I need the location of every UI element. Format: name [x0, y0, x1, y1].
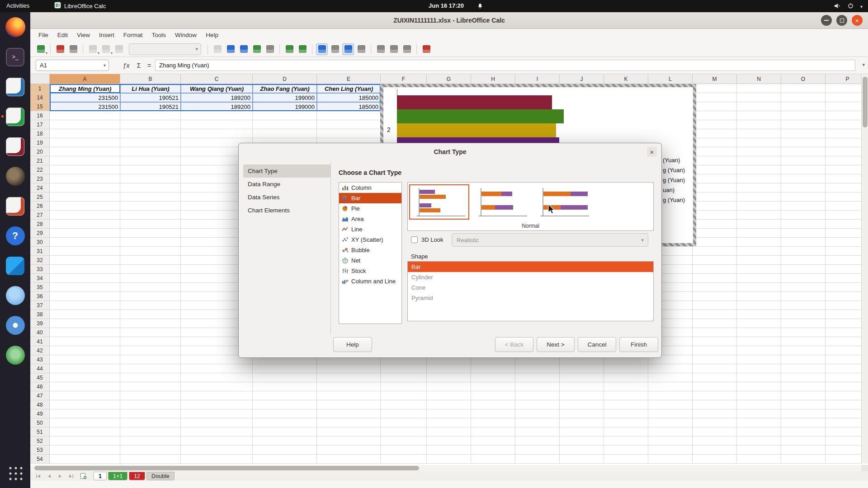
row-header-27[interactable]: 27	[30, 211, 49, 220]
row-header-24[interactable]: 24	[30, 183, 49, 192]
row-header-22[interactable]: 22	[30, 165, 49, 174]
libreoffice-calc-icon[interactable]	[5, 106, 26, 127]
add-sheet-icon[interactable]	[79, 473, 87, 480]
next-sheet-button[interactable]	[56, 473, 65, 480]
print-area-icon[interactable]	[401, 43, 413, 55]
headers-footers-icon[interactable]	[375, 43, 387, 55]
row-header-37[interactable]: 37	[30, 301, 49, 310]
cell-D14[interactable]: 199000	[253, 93, 317, 102]
equals-button[interactable]: =	[143, 60, 155, 71]
row-header-25[interactable]: 25	[30, 192, 49, 202]
threed-scheme-dropdown[interactable]: Realistic▾	[452, 233, 648, 247]
print-icon[interactable]	[67, 43, 79, 55]
row-header-54[interactable]: 54	[30, 455, 49, 464]
chart-type-area[interactable]: Area	[339, 214, 401, 224]
column-header-O[interactable]: O	[781, 74, 826, 84]
row-header-42[interactable]: 42	[30, 346, 49, 355]
new-table-icon[interactable]: ▾	[35, 43, 47, 55]
menu-insert[interactable]: Insert	[94, 29, 119, 42]
toggle-headers-icon[interactable]	[342, 43, 354, 55]
toggle-gridlines-icon[interactable]	[316, 43, 328, 55]
column-header-B[interactable]: B	[120, 74, 181, 84]
row-header-38[interactable]: 38	[30, 310, 49, 319]
row-header-20[interactable]: 20	[30, 147, 49, 156]
column-header-J[interactable]: J	[560, 74, 604, 84]
function-wizard-button[interactable]: ƒx	[120, 60, 132, 71]
cell-C14[interactable]: 189200	[181, 93, 253, 102]
row-header-14[interactable]: 14	[30, 93, 49, 102]
menu-window[interactable]: Window	[170, 29, 201, 42]
cell-A15[interactable]: 231500	[50, 102, 120, 111]
pdf-preview-icon[interactable]	[420, 43, 432, 55]
column-header-C[interactable]: C	[181, 74, 253, 84]
cell-A14[interactable]: 231500	[50, 93, 120, 102]
column-header-G[interactable]: G	[427, 74, 471, 84]
finish-button[interactable]: Finish	[619, 337, 658, 352]
firefox-icon[interactable]	[5, 17, 26, 38]
cell-C1[interactable]: Wang Qiang (Yuan)	[181, 84, 253, 93]
row-header-49[interactable]: 49	[30, 409, 49, 418]
software-center-icon[interactable]	[5, 345, 26, 366]
row-header-46[interactable]: 46	[30, 382, 49, 391]
export-pdf-icon[interactable]	[54, 43, 66, 55]
row-header-26[interactable]: 26	[30, 202, 49, 211]
menu-edit[interactable]: Edit	[53, 29, 72, 42]
menu-format[interactable]: Format	[119, 29, 147, 42]
row-header-34[interactable]: 34	[30, 274, 49, 283]
vscode-icon[interactable]	[5, 255, 26, 276]
row-header-33[interactable]: 33	[30, 265, 49, 274]
chart-type-bubble[interactable]: Bubble	[339, 245, 401, 255]
row-header-35[interactable]: 35	[30, 283, 49, 292]
chart-type-pie[interactable]: Pie	[339, 203, 401, 214]
row-header-40[interactable]: 40	[30, 328, 49, 337]
column-header-D[interactable]: D	[253, 74, 317, 84]
minimize-button[interactable]	[821, 15, 832, 26]
dialog-nav-chart-type[interactable]: Chart Type	[243, 164, 330, 178]
edit-table-icon[interactable]	[251, 43, 263, 55]
row-header-51[interactable]: 51	[30, 427, 49, 436]
threed-checkbox[interactable]	[411, 236, 418, 243]
title-bar[interactable]: ZUIXIN1111111.xlsx - LibreOffice Calc ×	[30, 12, 868, 29]
borders-icon[interactable]	[264, 43, 276, 55]
cell-E15[interactable]: 185000	[317, 102, 381, 111]
shape-cone[interactable]: Cone	[408, 282, 653, 293]
row-header-19[interactable]: 19	[30, 138, 49, 147]
insert-chart-icon[interactable]	[225, 43, 236, 55]
row-header-36[interactable]: 36	[30, 292, 49, 301]
clock[interactable]: Jun 16 17:20	[429, 2, 464, 9]
column-header-H[interactable]: H	[471, 74, 515, 84]
sheet-tab-12[interactable]: 12	[129, 472, 145, 480]
menu-tools[interactable]: Tools	[147, 29, 171, 42]
chart-type-column-and-line[interactable]: Column and Line	[339, 276, 401, 286]
row-header-32[interactable]: 32	[30, 256, 49, 265]
previous-sheet-button[interactable]	[45, 473, 54, 480]
chart-type-bar[interactable]: Bar	[339, 193, 401, 203]
first-sheet-button[interactable]	[34, 473, 43, 480]
sheet-tab-1[interactable]: 1	[94, 472, 107, 480]
clone-formatting-icon[interactable]	[113, 43, 125, 55]
insert-row-icon[interactable]	[283, 43, 295, 55]
row-header-47[interactable]: 47	[30, 391, 49, 400]
row-header-17[interactable]: 17	[30, 120, 49, 129]
menu-file[interactable]: File	[34, 29, 53, 42]
subtype-stacked[interactable]	[471, 184, 531, 220]
dialog-nav-chart-elements[interactable]: Chart Elements	[243, 204, 330, 217]
cell-B1[interactable]: Li Hua (Yuan)	[120, 84, 181, 93]
redo-icon[interactable]: ▾	[100, 43, 112, 55]
sort-icon[interactable]	[212, 43, 223, 55]
row-header-30[interactable]: 30	[30, 238, 49, 247]
cell-B15[interactable]: 190521	[120, 102, 181, 111]
column-header-N[interactable]: N	[737, 74, 781, 84]
page-break-icon[interactable]	[388, 43, 400, 55]
next-button[interactable]: Next >	[537, 337, 575, 352]
row-header-21[interactable]: 21	[30, 156, 49, 165]
row-header-29[interactable]: 29	[30, 229, 49, 238]
cell-D1[interactable]: Zhao Fang (Yuan)	[253, 84, 317, 93]
chart-type-line[interactable]: Line	[339, 224, 401, 235]
row-header-41[interactable]: 41	[30, 337, 49, 346]
row-header-48[interactable]: 48	[30, 400, 49, 409]
column-header-M[interactable]: M	[693, 74, 737, 84]
help-icon[interactable]: ?	[5, 225, 26, 246]
cell-E1[interactable]: Chen Ling (Yuan)	[317, 84, 381, 93]
column-header-K[interactable]: K	[604, 74, 648, 84]
